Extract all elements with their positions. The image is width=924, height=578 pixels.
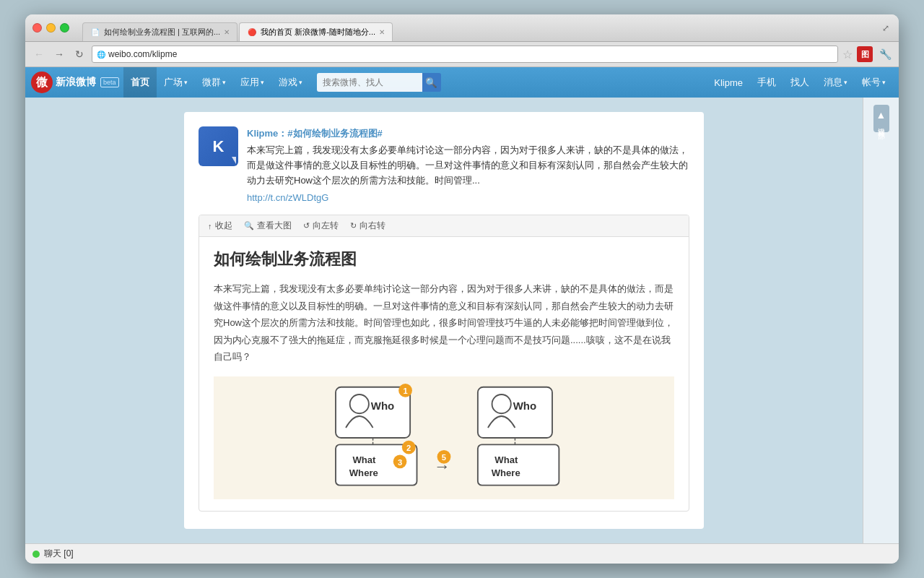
maximize-button[interactable]	[60, 23, 69, 33]
weibo-logo-icon: 微	[31, 72, 53, 93]
svg-text:Who: Who	[513, 400, 536, 412]
forward-button[interactable]: →	[51, 46, 67, 62]
post-username[interactable]: Klipme：#如何绘制业务流程图#	[247, 128, 383, 139]
main-content: K Klipme：#如何绘制业务流程图# 本来写完上篇，我发现没有太多必要单纯讨…	[25, 98, 899, 543]
tab-1-label: 如何绘制业务流程图 | 互联网的...	[104, 27, 220, 38]
extension-button-1[interactable]: 图	[857, 46, 873, 62]
tab-1-favicon: 📄	[90, 27, 100, 38]
nav-messages[interactable]: 消息 ▾	[816, 67, 855, 98]
collapse-button[interactable]: ↑ 收起	[208, 220, 232, 232]
article-title: 如何绘制业务流程图	[214, 249, 674, 270]
diagram-container: Who 1 Who	[214, 376, 674, 499]
svg-rect-1	[336, 387, 410, 438]
image-toolbar: ↑ 收起 🔍 查看大图 ↺ 向左转 ↻ 向右转	[199, 215, 689, 237]
view-large-button[interactable]: 🔍 查看大图	[244, 220, 292, 232]
post-hashtag[interactable]: #如何绘制业务流程图#	[287, 128, 382, 139]
diagram-svg: Who 1 Who	[307, 384, 581, 492]
zoom-icon: 🔍	[244, 221, 254, 230]
weibo-search-button[interactable]: 🔍	[422, 73, 441, 92]
tab-2-close[interactable]: ✕	[379, 28, 385, 36]
collapse-label: 收起	[215, 220, 232, 232]
collapse-icon: ↑	[208, 222, 212, 230]
lock-icon: 🌐	[97, 51, 105, 59]
article-content: 如何绘制业务流程图 本来写完上篇，我发现没有太多必要单纯讨论这一部分内容，因为对…	[199, 237, 689, 511]
tab-2-label: 我的首页 新浪微博-随时随地分...	[261, 27, 375, 38]
avatar-chevron	[232, 157, 236, 164]
article-body: 本来写完上篇，我发现没有太多必要单纯讨论这一部分内容，因为对于很多人来讲，缺的不…	[214, 280, 674, 365]
weibo-navbar: 微 新浪微博 beta 首页 广场 ▾ 微群 ▾ 应用 ▾ 游戏 ▾ 🔍 Kli…	[25, 67, 899, 98]
rotate-right-label: 向右转	[359, 220, 385, 232]
right-sidebar: ▲ 返回顶部	[863, 98, 899, 543]
post-text: Klipme：#如何绘制业务流程图# 本来写完上篇，我发现没有太多必要单纯讨论这…	[247, 126, 689, 203]
svg-text:Who: Who	[371, 400, 394, 412]
svg-text:What: What	[494, 454, 518, 465]
nav-klipme[interactable]: Klipme	[707, 67, 750, 98]
nav-right-links: Klipme 手机 找人 消息 ▾ 帐号 ▾	[707, 67, 893, 98]
window-controls: ⤢	[880, 22, 892, 34]
nav-find-people[interactable]: 找人	[783, 67, 816, 98]
svg-text:Where: Where	[349, 468, 378, 479]
nav-item-home[interactable]: 首页	[123, 67, 157, 98]
weibo-search-input[interactable]	[317, 73, 425, 92]
browser-chrome: ← → ↻ 🌐 weibo.com/klipme ☆ 图 🔧	[25, 42, 899, 67]
svg-text:1: 1	[403, 387, 407, 395]
chat-bar: 聊天 [0]	[25, 543, 899, 564]
title-bar: 📄 如何绘制业务流程图 | 互联网的... ✕ 🔴 我的首页 新浪微博-随时随地…	[25, 14, 899, 42]
post-header: K Klipme：#如何绘制业务流程图# 本来写完上篇，我发现没有太多必要单纯讨…	[199, 126, 689, 203]
tabs-bar: 📄 如何绘制业务流程图 | 互联网的... ✕ 🔴 我的首页 新浪微博-随时随地…	[82, 14, 393, 41]
nav-item-games[interactable]: 游戏 ▾	[271, 67, 310, 98]
post-container: K Klipme：#如何绘制业务流程图# 本来写完上篇，我发现没有太多必要单纯讨…	[184, 112, 704, 529]
svg-text:5: 5	[442, 453, 446, 462]
bookmark-star-icon[interactable]: ☆	[842, 48, 853, 61]
tab-1[interactable]: 📄 如何绘制业务流程图 | 互联网的... ✕	[82, 22, 237, 41]
avatar-letter: K	[213, 137, 225, 156]
nav-item-apps[interactable]: 应用 ▾	[233, 67, 271, 98]
settings-icon[interactable]: 🔧	[877, 46, 893, 62]
svg-text:2: 2	[406, 444, 411, 452]
svg-rect-19	[478, 445, 559, 486]
refresh-button[interactable]: ↻	[71, 46, 87, 62]
avatar: K	[199, 126, 238, 166]
chat-label[interactable]: 聊天 [0]	[44, 548, 74, 560]
browser-window: 📄 如何绘制业务流程图 | 互联网的... ✕ 🔴 我的首页 新浪微博-随时随地…	[25, 14, 899, 564]
svg-rect-6	[478, 387, 552, 438]
weibo-beta-badge: beta	[100, 77, 119, 87]
scroll-top-arrow-icon: ▲	[876, 109, 886, 121]
address-bar[interactable]: 🌐 weibo.com/klipme	[92, 46, 838, 63]
weibo-logo: 微 新浪微博 beta	[31, 72, 119, 93]
rotate-left-label: 向左转	[313, 220, 339, 232]
rotate-right-button[interactable]: ↻ 向右转	[350, 220, 385, 232]
content-area: K Klipme：#如何绘制业务流程图# 本来写完上篇，我发现没有太多必要单纯讨…	[25, 98, 863, 543]
post-body: 本来写完上篇，我发现没有太多必要单纯讨论这一部分内容，因为对于很多人来讲，缺的不…	[247, 143, 689, 188]
post-link[interactable]: http://t.cn/zWLDtgG	[247, 192, 689, 203]
traffic-lights	[32, 23, 69, 33]
svg-text:What: What	[352, 454, 376, 465]
tab-2[interactable]: 🔴 我的首页 新浪微博-随时随地分... ✕	[239, 22, 393, 41]
scroll-top-button[interactable]: ▲ 返回顶部	[873, 105, 889, 132]
svg-text:Where: Where	[492, 468, 520, 479]
address-text: weibo.com/klipme	[108, 49, 833, 59]
rotate-left-button[interactable]: ↺ 向左转	[303, 220, 339, 232]
tab-2-favicon: 🔴	[247, 27, 257, 38]
scroll-top-label: 返回顶部	[876, 122, 886, 128]
tab-1-close[interactable]: ✕	[224, 28, 230, 36]
view-large-label: 查看大图	[257, 220, 292, 232]
minimize-button[interactable]	[46, 23, 56, 33]
rotate-right-icon: ↻	[350, 221, 357, 230]
rotate-left-icon: ↺	[303, 221, 310, 230]
resize-icon[interactable]: ⤢	[880, 22, 892, 34]
image-viewer: ↑ 收起 🔍 查看大图 ↺ 向左转 ↻ 向右转	[199, 215, 689, 512]
svg-text:3: 3	[398, 458, 402, 467]
nav-account[interactable]: 帐号 ▾	[855, 67, 893, 98]
nav-item-plaza[interactable]: 广场 ▾	[157, 67, 195, 98]
weibo-logo-text: 新浪微博	[56, 76, 96, 89]
nav-item-groups[interactable]: 微群 ▾	[195, 67, 233, 98]
back-button[interactable]: ←	[31, 46, 47, 62]
chat-online-icon	[32, 551, 40, 558]
nav-mobile[interactable]: 手机	[750, 67, 783, 98]
close-button[interactable]	[32, 23, 42, 33]
